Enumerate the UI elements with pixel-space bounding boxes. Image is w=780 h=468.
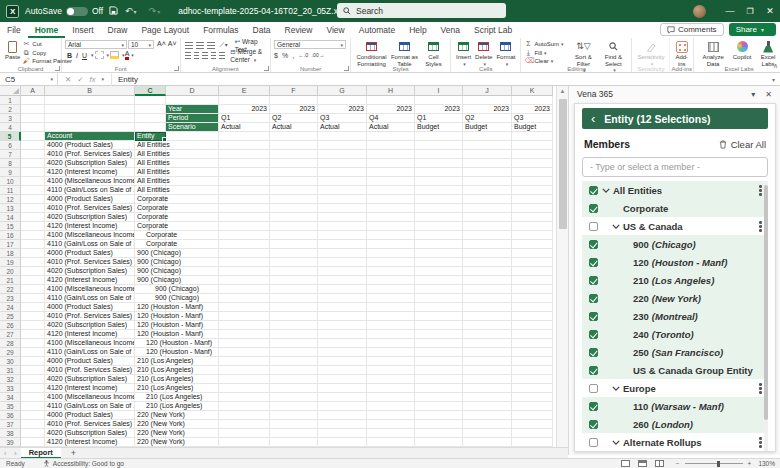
- grid-cell-E25[interactable]: [219, 312, 270, 321]
- grid-cell-J15[interactable]: [463, 222, 512, 231]
- grid-cell-C15[interactable]: Corporate: [135, 222, 166, 231]
- grid-cell-G22[interactable]: [318, 285, 367, 294]
- grid-cell-B18[interactable]: 4000 (Product Sales): [45, 249, 135, 258]
- row-header-11[interactable]: 11: [0, 186, 21, 195]
- kebab-menu-icon[interactable]: [759, 383, 762, 395]
- grid-cell-A6[interactable]: [21, 141, 45, 150]
- select-all-corner[interactable]: [0, 86, 21, 96]
- grid-cell-J28[interactable]: [463, 339, 512, 348]
- row-header-4[interactable]: 4: [0, 123, 21, 132]
- grid-cell-G32[interactable]: [318, 375, 367, 384]
- sheet-nav-right-icon[interactable]: ›: [14, 450, 16, 457]
- grid-cell-G25[interactable]: [318, 312, 367, 321]
- font-size-select[interactable]: 10▾: [128, 40, 154, 49]
- grid-vertical-scrollbar[interactable]: ▲: [556, 86, 568, 447]
- grid-cell-G10[interactable]: [318, 177, 367, 186]
- grid-cell-F25[interactable]: [270, 312, 318, 321]
- checked-checkbox[interactable]: [589, 258, 598, 267]
- grid-cell-G29[interactable]: [318, 348, 367, 357]
- grid-cell-I2[interactable]: 2023: [415, 105, 463, 114]
- grid-cell-B7[interactable]: 4010 (Prof. Services Sales): [45, 150, 135, 159]
- font-dialog-launcher[interactable]: [174, 66, 179, 71]
- grid-cell-B24[interactable]: 4000 (Product Sales): [45, 303, 135, 312]
- grid-cell-H32[interactable]: [367, 375, 415, 384]
- grid-cell-I25[interactable]: [415, 312, 463, 321]
- search-box[interactable]: Search: [337, 3, 506, 18]
- grid-cell-J20[interactable]: [463, 267, 512, 276]
- ribbon-tab-insert[interactable]: Insert: [65, 22, 100, 38]
- excel-app-icon[interactable]: [6, 5, 19, 18]
- copilot-button[interactable]: Copilot: [729, 40, 755, 61]
- grid-cell-G39[interactable]: [318, 438, 367, 447]
- grid-cell-A16[interactable]: [21, 231, 45, 240]
- chevron-down-icon[interactable]: [602, 188, 610, 193]
- row-header-6[interactable]: 6: [0, 141, 21, 150]
- grid-cell-A36[interactable]: [21, 411, 45, 420]
- grid-cell-C20[interactable]: 900 (Chicago): [135, 267, 166, 276]
- grid-cell-H1[interactable]: [367, 96, 415, 105]
- grid-cell-B15[interactable]: 4120 (Interest Income): [45, 222, 135, 231]
- grid-cell-G18[interactable]: [318, 249, 367, 258]
- grid-cell-A15[interactable]: [21, 222, 45, 231]
- chevron-down-icon[interactable]: [612, 386, 620, 391]
- unchecked-checkbox[interactable]: [589, 222, 598, 231]
- ribbon-tab-help[interactable]: Help: [402, 22, 433, 38]
- grid-cell-F28[interactable]: [270, 339, 318, 348]
- grid-cell-A35[interactable]: [21, 402, 45, 411]
- grid-cell-I39[interactable]: [415, 438, 463, 447]
- member-list-scrollbar-thumb[interactable]: [764, 185, 768, 420]
- grid-cell-A31[interactable]: [21, 366, 45, 375]
- grid-cell-E28[interactable]: [219, 339, 270, 348]
- grid-cell-J23[interactable]: [463, 294, 512, 303]
- grid-cell-E31[interactable]: [219, 366, 270, 375]
- delete-cells-button[interactable]: Delete▾: [473, 40, 494, 67]
- bold-button[interactable]: B: [67, 52, 72, 59]
- grid-cell-I30[interactable]: [415, 357, 463, 366]
- zoom-slider[interactable]: [685, 463, 743, 464]
- grid-cell-I23[interactable]: [415, 294, 463, 303]
- grid-cell-I27[interactable]: [415, 330, 463, 339]
- grid-cell-H11[interactable]: [367, 186, 415, 195]
- kebab-menu-icon[interactable]: [759, 437, 762, 449]
- font-name-select[interactable]: Arial▾: [65, 40, 127, 49]
- grid-cell-B5[interactable]: Account: [45, 132, 135, 141]
- grid-cell-I1[interactable]: [415, 96, 463, 105]
- grid-cell-H35[interactable]: [367, 402, 415, 411]
- decrease-decimal-icon[interactable]: .00→: [311, 52, 324, 58]
- grid-cell-C29[interactable]: 120 (Houston - Manf): [135, 348, 166, 357]
- grid-cell-B10[interactable]: 4100 (Miscellaneous Income: [45, 177, 135, 186]
- grid-cell-C1[interactable]: [135, 96, 166, 105]
- ribbon-tab-vena[interactable]: Vena: [434, 22, 467, 38]
- member-item-110[interactable]: 110(Warsaw - Manf): [582, 397, 768, 415]
- grid-cell-A1[interactable]: [21, 96, 45, 105]
- grid-cell-A13[interactable]: [21, 204, 45, 213]
- user-avatar[interactable]: [693, 5, 706, 18]
- grid-cell-B4[interactable]: [45, 123, 135, 132]
- page-layout-view-icon[interactable]: [638, 460, 647, 467]
- grid-cell-A20[interactable]: [21, 267, 45, 276]
- grid-cell-F34[interactable]: [270, 393, 318, 402]
- grid-cell-D13[interactable]: [166, 204, 219, 213]
- cancel-entry-icon[interactable]: ✕: [65, 75, 71, 84]
- normal-view-icon[interactable]: [621, 460, 630, 467]
- grid-cell-B12[interactable]: 4000 (Product Sales): [45, 195, 135, 204]
- orientation-icon[interactable]: ⟋▾: [219, 41, 227, 49]
- grid-cell-H10[interactable]: [367, 177, 415, 186]
- grid-cell-H12[interactable]: [367, 195, 415, 204]
- grid-cell-K6[interactable]: [512, 141, 553, 150]
- grid-cell-F30[interactable]: [270, 357, 318, 366]
- grid-cell-A26[interactable]: [21, 321, 45, 330]
- grid-cell-G12[interactable]: [318, 195, 367, 204]
- grid-cell-I3[interactable]: Q1: [415, 114, 463, 123]
- grid-cell-A9[interactable]: [21, 168, 45, 177]
- row-header-12[interactable]: 12: [0, 195, 21, 204]
- column-header-D[interactable]: D: [166, 86, 219, 96]
- grid-cell-E6[interactable]: [219, 141, 270, 150]
- clipboard-dialog-launcher[interactable]: [55, 66, 60, 71]
- grid-cell-A28[interactable]: [21, 339, 45, 348]
- member-item-corporate[interactable]: Corporate: [582, 199, 768, 217]
- grid-cell-E2[interactable]: 2023: [219, 105, 270, 114]
- grid-cell-B31[interactable]: 4010 (Prof. Services Sales): [45, 366, 135, 375]
- grid-cell-I26[interactable]: [415, 321, 463, 330]
- grid-cell-G4[interactable]: Actual: [318, 123, 367, 132]
